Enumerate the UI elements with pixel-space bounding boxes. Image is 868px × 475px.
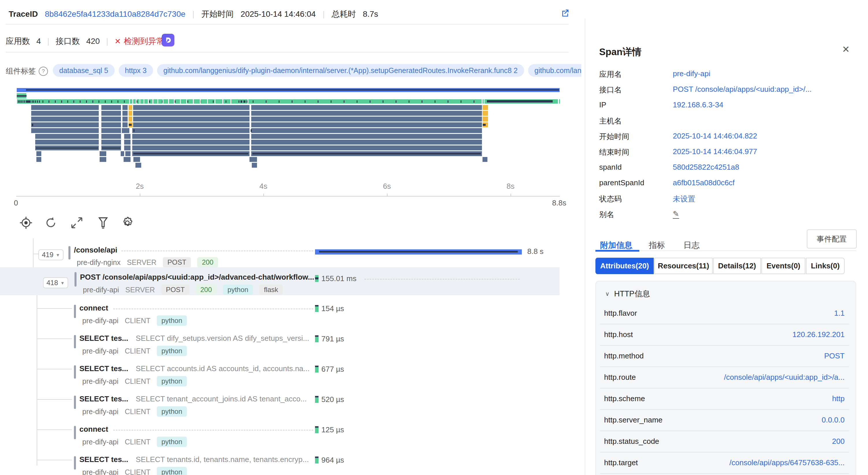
flame-bar[interactable] [122,116,128,122]
tab-指标[interactable]: 指标 [649,240,665,251]
component-tag[interactable]: httpx 3 [119,64,153,77]
flame-bar[interactable] [101,140,121,144]
close-icon[interactable]: ✕ [842,44,850,55]
span-title[interactable]: SELECT tes...SELECT tenants.id, tenants.… [80,455,309,464]
flame-bar[interactable] [249,157,257,162]
span-title[interactable]: /console/api [74,246,117,255]
flame-bar[interactable] [31,105,99,110]
span-title[interactable]: SELECT tes...SELECT dify_setups.version … [80,334,309,343]
flame-bar[interactable] [251,134,482,139]
flame-bar[interactable] [31,116,99,122]
flame-bar[interactable] [251,140,482,144]
flame-bar[interactable] [122,111,128,116]
flame-bar[interactable] [559,99,560,104]
flame-bar[interactable] [35,140,99,144]
detail-value-4[interactable]: 2025-10-14 14:46:04.822 [673,132,757,140]
span-count-badge[interactable]: 418▼ [43,277,68,288]
flame-bar[interactable] [31,111,99,116]
span-title[interactable]: SELECT tes...SELECT tenant_account_joins… [80,395,307,403]
flame-bar[interactable] [124,134,130,139]
span-title[interactable]: connect [80,425,108,434]
flame-bar[interactable] [124,145,130,150]
flame-bar[interactable] [483,105,488,110]
tab-附加信息[interactable]: 附加信息 [600,240,632,251]
external-link-icon[interactable] [561,8,570,17]
flame-bar[interactable] [133,157,140,162]
attr-value[interactable]: 0.0.0.0 [822,415,845,425]
subtab-Resources(11)[interactable]: Resources(11) [654,258,713,274]
flame-bar[interactable] [36,151,41,156]
flame-bar[interactable] [36,157,41,162]
detail-value-7[interactable]: a6fb015a08d0c6cf [673,178,735,187]
flame-bar[interactable] [122,122,128,127]
tab-日志[interactable]: 日志 [683,240,700,251]
flame-bar[interactable] [128,116,132,122]
attr-value[interactable]: /console/api/apps/64757638-635... [730,458,845,467]
alias-edit-icon[interactable]: ✎ [673,209,679,219]
subtab-Links(0)[interactable]: Links(0) [806,258,845,274]
attr-value[interactable]: POST [824,351,845,361]
edit-pencil-icon[interactable]: ✎ [673,209,679,219]
subtab-Events(0)[interactable]: Events(0) [762,258,805,274]
flame-bar[interactable] [135,163,141,168]
flame-bar[interactable] [132,145,249,150]
detail-value-0[interactable]: pre-dify-api [673,69,710,78]
attr-value[interactable]: 200 [832,437,845,446]
settings-gear-icon[interactable] [121,216,134,229]
detail-value-6[interactable]: 580d25822c4251a8 [673,163,739,172]
locate-icon[interactable] [19,216,33,229]
anomaly-detected[interactable]: ✕检测到异常 [115,36,164,47]
flame-bar[interactable] [251,122,482,127]
insight-app-icon[interactable] [162,34,175,46]
flame-bar[interactable] [251,128,482,133]
attr-value[interactable]: http [832,394,845,403]
flame-bar[interactable] [31,122,99,127]
subtab-Attributes(20)[interactable]: Attributes(20) [595,258,654,274]
flame-bar[interactable] [133,116,249,122]
flame-bar[interactable] [101,111,121,116]
detail-value-2[interactable]: 192.168.6.3-34 [673,100,723,109]
flame-bar[interactable] [483,116,488,122]
flame-bar[interactable] [128,111,132,116]
flame-bar[interactable] [35,134,99,139]
flame-bar[interactable] [122,105,128,110]
filter-icon[interactable] [96,216,110,229]
flame-bar[interactable] [251,105,482,110]
flame-bar[interactable] [133,122,249,127]
help-icon[interactable]: ? [39,67,48,76]
span-title[interactable]: POST /console/api/apps/<uuid:app_id>/adv… [80,273,314,282]
flame-bar[interactable] [100,151,106,156]
flame-bar[interactable] [132,128,249,133]
flame-bar[interactable] [133,105,249,110]
detail-value-8[interactable]: 未设置 [673,194,695,204]
flame-bar[interactable] [100,157,106,162]
flame-bar[interactable] [121,151,124,156]
flame-bar[interactable] [251,111,482,116]
refresh-icon[interactable] [44,216,58,229]
attr-value[interactable]: /console/api/apps/<uuid:app_id>/a... [724,373,845,382]
flame-bar[interactable] [483,111,488,116]
component-tag[interactable]: github.com/langgenius/dify-plugin-daemon… [528,64,581,77]
span-title[interactable]: connect [80,304,108,312]
expand-icon[interactable] [70,216,84,229]
flame-bar[interactable] [252,163,257,168]
flame-bar[interactable] [101,116,121,122]
flame-bar[interactable] [101,128,121,133]
flame-bar[interactable] [125,151,130,156]
flame-bar[interactable] [483,99,484,104]
span-count-badge[interactable]: 419▼ [38,249,64,260]
detail-value-1[interactable]: POST /console/api/apps/<uuid:app_id>/... [673,85,812,94]
flame-bar[interactable] [124,157,130,162]
detail-value-5[interactable]: 2025-10-14 14:46:04.977 [673,147,757,156]
flame-bar[interactable] [101,134,121,139]
http-info-header[interactable]: ∨ HTTP信息 [605,289,650,299]
attr-value[interactable]: 120.26.192.201 [792,330,845,339]
flame-bar[interactable] [251,145,482,150]
component-tag[interactable]: github.com/langgenius/dify-plugin-daemon… [157,64,524,77]
flame-bar[interactable] [122,128,129,133]
flame-bar[interactable] [101,122,121,127]
flame-bar[interactable] [101,105,121,110]
flame-bar[interactable] [124,140,130,144]
component-tag[interactable]: database_sql 5 [53,64,115,77]
event-config-button[interactable]: 事件配置 [807,229,857,248]
